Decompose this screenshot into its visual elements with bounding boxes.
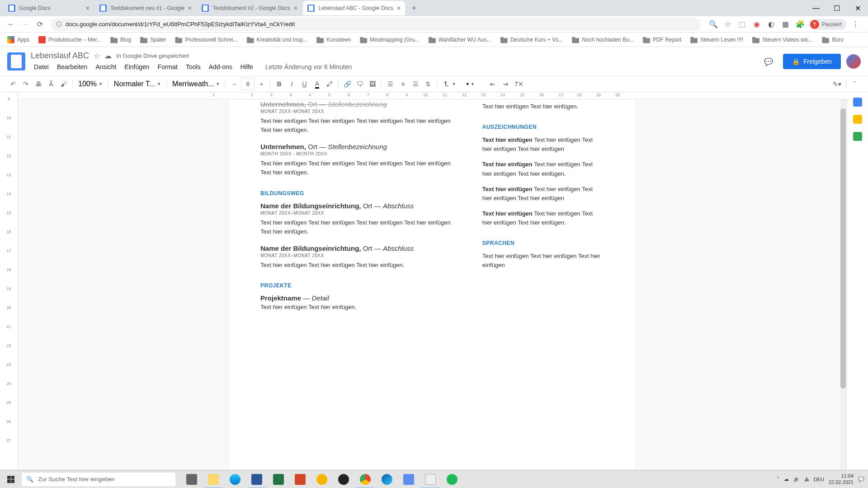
editing-mode-button[interactable]: ✎▾ bbox=[831, 78, 843, 90]
text-color-button[interactable]: A bbox=[311, 78, 323, 90]
forward-button[interactable]: → bbox=[18, 17, 33, 32]
maximize-button[interactable]: ☐ bbox=[826, 1, 847, 15]
menu-einfuegen[interactable]: Einfügen bbox=[121, 61, 152, 72]
font-dropdown[interactable]: Merriweath...▼ bbox=[170, 80, 222, 88]
taskbar-explorer[interactable] bbox=[203, 470, 224, 488]
tray-expand-icon[interactable]: ˄ bbox=[777, 476, 779, 482]
zoom-icon[interactable]: 🔍 bbox=[708, 19, 719, 30]
profile-button[interactable]: T Pausiert bbox=[809, 19, 846, 30]
company-entry-cut[interactable]: Unternehmen, Ort — Stellenbezeichnung bbox=[260, 100, 455, 108]
document-title[interactable]: Lebenslauf ABC bbox=[31, 51, 89, 61]
scrollbar-thumb[interactable] bbox=[840, 108, 846, 389]
close-icon[interactable]: × bbox=[393, 5, 401, 12]
line-spacing-button[interactable]: ⇅ bbox=[422, 78, 434, 90]
side-text[interactable]: Text hier einfügen Text hier einfügen. bbox=[482, 102, 604, 111]
award-item[interactable]: Text hier einfügen Text hier einfügen Te… bbox=[482, 209, 604, 227]
tab-textdok-2[interactable]: Textdokument #2 - Google Docs × bbox=[197, 1, 302, 15]
taskbar-powerpoint[interactable] bbox=[289, 470, 311, 488]
taskbar-search[interactable]: 🔍 Zur Suche Text hier eingeben bbox=[22, 473, 175, 486]
bookmark-folder[interactable]: Wahlfächer WU Aus... bbox=[425, 34, 495, 45]
tab-lebenslauf[interactable]: Lebenslauf ABC - Google Docs × bbox=[303, 1, 405, 15]
award-item[interactable]: Text hier einfügen Text hier einfügen Te… bbox=[482, 160, 604, 178]
bulleted-list-button[interactable]: • ▼ bbox=[463, 80, 486, 88]
scrollbar[interactable] bbox=[840, 99, 846, 470]
company-entry[interactable]: Unternehmen, Ort — Stellenbezeichnung bbox=[260, 143, 455, 150]
indent-decrease-button[interactable]: ⇤ bbox=[487, 78, 499, 90]
entry-body[interactable]: Text hier einfügen Text hier einfügen Te… bbox=[260, 159, 455, 177]
new-tab-button[interactable]: + bbox=[408, 2, 420, 14]
redo-button[interactable]: ↷ bbox=[20, 78, 32, 90]
back-button[interactable]: ← bbox=[4, 17, 18, 32]
award-item[interactable]: Text hier einfügen Text hier einfügen Te… bbox=[482, 185, 604, 203]
taskbar-obs[interactable] bbox=[333, 470, 354, 488]
link-button[interactable]: 🔗 bbox=[341, 78, 353, 90]
taskbar-app[interactable] bbox=[311, 470, 333, 488]
taskbar-notepad[interactable] bbox=[420, 470, 441, 488]
chrome-menu-icon[interactable]: ⋮ bbox=[850, 19, 861, 30]
menu-bearbeiten[interactable]: Bearbeiten bbox=[54, 61, 91, 72]
minimize-button[interactable]: — bbox=[806, 1, 826, 15]
section-heading-auszeichnungen[interactable]: AUSZEICHNUNGEN bbox=[482, 124, 604, 130]
close-icon[interactable]: × bbox=[290, 5, 297, 12]
italic-button[interactable]: I bbox=[286, 78, 297, 90]
last-edit-label[interactable]: Letzte Änderung vor 6 Minuten bbox=[258, 61, 355, 72]
page[interactable]: Unternehmen, Ort — Stellenbezeichnung MO… bbox=[229, 99, 636, 470]
share-button[interactable]: 🔒 Freigeben bbox=[783, 54, 841, 69]
taskbar-edge[interactable] bbox=[224, 470, 246, 488]
style-dropdown[interactable]: Normaler T...▼ bbox=[111, 80, 164, 88]
underline-button[interactable]: U bbox=[298, 78, 310, 90]
taskbar-app-2[interactable] bbox=[398, 470, 420, 488]
print-button[interactable]: 🖶 bbox=[33, 78, 44, 90]
star-icon[interactable]: ☆ bbox=[94, 52, 100, 60]
bookmark-folder[interactable]: Professionell Schrei... bbox=[171, 34, 241, 45]
bookmark-folder[interactable]: Steuern Videos wic... bbox=[749, 34, 817, 45]
align-right-button[interactable]: ☰ bbox=[410, 78, 421, 90]
document-canvas[interactable]: Unternehmen, Ort — Stellenbezeichnung MO… bbox=[18, 92, 846, 470]
menu-format[interactable]: Format bbox=[155, 61, 181, 72]
clear-format-button[interactable]: T✕ bbox=[512, 78, 525, 90]
menu-tools[interactable]: Tools bbox=[183, 61, 204, 72]
menu-ansicht[interactable]: Ansicht bbox=[92, 61, 119, 72]
zoom-dropdown[interactable]: 100%▼ bbox=[75, 80, 105, 88]
bookmark-folder[interactable]: Noch hochladen Bu... bbox=[568, 34, 637, 45]
highlight-button[interactable]: 🖍 bbox=[324, 78, 335, 90]
entry-body[interactable]: Text hier einfügen Text hier einfügen Te… bbox=[260, 218, 455, 236]
paint-format-button[interactable]: 🖌 bbox=[58, 78, 70, 90]
bookmark-folder[interactable]: Kreativität und Insp... bbox=[243, 34, 311, 45]
taskbar-excel[interactable] bbox=[268, 470, 289, 488]
tab-google-docs[interactable]: Google Docs × bbox=[4, 1, 94, 15]
calendar-icon[interactable] bbox=[853, 98, 862, 107]
bold-button[interactable]: B bbox=[273, 78, 285, 90]
close-icon[interactable]: × bbox=[184, 5, 192, 12]
tasks-icon[interactable] bbox=[853, 132, 862, 141]
taskbar-edge-2[interactable] bbox=[376, 470, 398, 488]
entry-date[interactable]: MONAT 20XX–MONAT 20XX bbox=[260, 211, 455, 216]
font-size-decrease[interactable]: − bbox=[228, 78, 240, 90]
font-size-increase[interactable]: + bbox=[255, 78, 267, 90]
comment-button[interactable]: 🗨 bbox=[354, 78, 366, 90]
url-field[interactable]: ⓘ docs.google.com/document/d/1rYFd_eU6tt… bbox=[51, 18, 701, 31]
reader-icon[interactable]: ⬚ bbox=[737, 19, 748, 30]
undo-button[interactable]: ↶ bbox=[7, 78, 19, 90]
notifications-icon[interactable]: 💬 bbox=[858, 476, 864, 482]
bookmark-folder[interactable]: Kursideen bbox=[313, 34, 354, 45]
image-button[interactable]: 🖼 bbox=[367, 78, 378, 90]
close-window-button[interactable]: ✕ bbox=[847, 1, 868, 15]
font-size-field[interactable]: 6 bbox=[241, 78, 255, 90]
bookmark-folder[interactable]: Mindmapping (Gru... bbox=[356, 34, 423, 45]
bookmark-folder[interactable]: Deutsche Kurs + Vo... bbox=[497, 34, 566, 45]
lang-text[interactable]: Text hier einfügen Text hier einfügen Te… bbox=[482, 252, 604, 270]
start-button[interactable] bbox=[0, 470, 22, 488]
entry-body[interactable]: Text hier einfügen Text hier einfügen. bbox=[260, 303, 455, 312]
bookmark-star-icon[interactable]: ☆ bbox=[722, 19, 733, 30]
close-icon[interactable]: × bbox=[82, 5, 90, 12]
taskbar-word[interactable] bbox=[246, 470, 268, 488]
keep-icon[interactable] bbox=[853, 115, 862, 124]
menu-addons[interactable]: Add-ons bbox=[206, 61, 236, 72]
entry-date[interactable]: MONAT 20XX–MONAT 20XX bbox=[260, 253, 455, 258]
extension-icon-3[interactable]: ▦ bbox=[780, 19, 791, 30]
account-avatar[interactable] bbox=[846, 54, 861, 69]
cloud-icon[interactable]: ☁ bbox=[104, 52, 112, 60]
network-icon[interactable]: 🖧 bbox=[804, 477, 809, 482]
extension-icon[interactable]: ◉ bbox=[751, 19, 762, 30]
